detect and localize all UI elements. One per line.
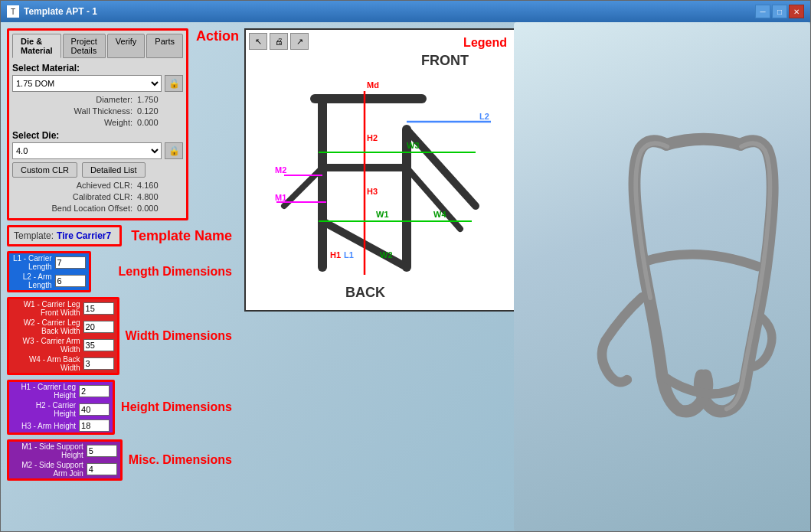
height-dim-row-1: H2 - Carrier Height: [9, 400, 113, 419]
length-dim-row-0: L1 - Carrier Length: [9, 253, 89, 272]
h1-label: H1 - Carrier Leg Height: [12, 383, 79, 400]
svg-line-7: [284, 168, 322, 206]
title-bar: T Template APT - 1 ─ □ ✕: [1, 1, 810, 22]
misc-dims-annotation: Misc. Dimensions: [129, 453, 232, 467]
svg-text:W2: W2: [380, 250, 393, 259]
tab-parts[interactable]: Parts: [146, 34, 183, 58]
select-die-label: Select Die:: [12, 130, 183, 141]
template-label: Template:: [14, 230, 54, 241]
weight-value: 0.000: [137, 118, 183, 127]
w2-input[interactable]: [83, 321, 114, 333]
l1-input[interactable]: [55, 256, 86, 269]
achieved-clr-value: 4.160: [137, 181, 183, 190]
custom-clr-button[interactable]: Custom CLR: [12, 162, 77, 178]
svg-text:L1: L1: [344, 250, 354, 259]
l2-label: L2 - Arm Length: [12, 273, 55, 289]
die-select[interactable]: 4.0: [12, 142, 162, 159]
w4-input[interactable]: [83, 357, 114, 370]
tab-bar: Die & Material Project Details Verify Pa…: [12, 34, 183, 58]
bend-offset-value: 0.000: [137, 204, 183, 213]
wall-thickness-label: Wall Thickness:: [12, 106, 137, 116]
l2-input[interactable]: [55, 275, 86, 287]
svg-text:W1: W1: [376, 210, 389, 219]
w2-label: W2 - Carrier Leg Back Width: [12, 318, 83, 335]
l1-label: L1 - Carrier Length: [12, 254, 55, 271]
minimize-button[interactable]: ─: [755, 5, 770, 18]
window: T Template APT - 1 ─ □ ✕ Die & Material …: [0, 0, 811, 532]
w4-label: W4 - Arm Back Width: [12, 355, 83, 372]
diagram-box: ↖ 🖨 ↗ Legend FRONT BACK: [244, 28, 516, 312]
h2-label: H2 - Carrier Height: [12, 401, 79, 418]
material-select[interactable]: 1.75 DOM: [12, 75, 162, 92]
action-tabs-annotation: Action Tabs: [196, 28, 238, 44]
h3-input[interactable]: [79, 419, 110, 432]
achieved-clr-row: Achieved CLR: 4.160: [12, 181, 183, 190]
length-dims-section: L1 - Carrier Length L2 - Arm Length ▲ ▼ …: [7, 251, 232, 292]
template-value: Tire Carrier7: [57, 230, 111, 241]
w3-input[interactable]: [83, 339, 114, 351]
left-panel: Die & Material Project Details Verify Pa…: [1, 22, 238, 531]
width-dim-row-2: W3 - Carrier Arm Width: [9, 336, 117, 354]
height-dims-card: H1 - Carrier Leg Height H2 - Carrier Hei…: [7, 380, 115, 435]
weight-row: Weight: 0.000: [12, 118, 183, 127]
diagram-svg: Md H2 H3 H1 W3 W4 W1 W2 L1 L2: [253, 53, 506, 290]
length-dim-row-1: L2 - Arm Length: [9, 272, 89, 290]
template-name-row: Template: Tire Carrier7: [7, 225, 122, 246]
app-icon: T: [7, 5, 19, 18]
tab-project-details[interactable]: Project Details: [63, 34, 106, 58]
length-scroll-down[interactable]: ▼: [90, 278, 91, 290]
title-controls: ─ □ ✕: [755, 5, 804, 18]
diameter-value: 1.750: [137, 95, 183, 104]
material-icon-btn[interactable]: 🔒: [165, 75, 183, 92]
detailed-list-button[interactable]: Detailed List: [82, 162, 146, 178]
tab-die-material[interactable]: Die & Material: [12, 34, 61, 58]
length-scroll-up[interactable]: ▲: [90, 253, 91, 266]
svg-text:H2: H2: [367, 133, 378, 142]
svg-text:Md: Md: [367, 80, 379, 90]
width-dim-row-1: W2 - Carrier Leg Back Width: [9, 318, 117, 336]
h1-input[interactable]: [79, 385, 110, 397]
diag-print-btn[interactable]: 🖨: [270, 33, 288, 50]
window-title: Template APT - 1: [24, 6, 755, 17]
diagram-toolbar: ↖ 🖨 ↗: [249, 33, 309, 50]
width-dims-card: W1 - Carrier Leg Front Width W2 - Carrie…: [7, 297, 119, 375]
width-dim-row-3: W4 - Arm Back Width: [9, 354, 117, 373]
svg-text:M2: M2: [275, 165, 286, 175]
tab-verify[interactable]: Verify: [107, 34, 146, 58]
height-dim-row-0: H1 - Carrier Leg Height: [9, 382, 113, 400]
w1-label: W1 - Carrier Leg Front Width: [12, 300, 83, 317]
h2-input[interactable]: [79, 403, 110, 416]
maximize-button[interactable]: □: [772, 5, 787, 18]
clr-button-row: Custom CLR Detailed List: [12, 162, 183, 178]
die-icon-btn[interactable]: 🔒: [165, 142, 183, 159]
m1-input[interactable]: [87, 445, 117, 457]
main-content: Die & Material Project Details Verify Pa…: [1, 22, 810, 531]
svg-text:L2: L2: [479, 112, 489, 121]
die-select-row: 4.0 🔒: [12, 142, 183, 159]
diag-arrow-btn[interactable]: ↖: [249, 33, 267, 50]
template-name-annotation: Template Name: [131, 228, 232, 244]
weight-label: Weight:: [12, 118, 137, 127]
m2-label: M2 - Side Support Arm Join: [12, 461, 87, 478]
legend-label: Legend: [463, 36, 507, 50]
svg-text:H3: H3: [367, 187, 378, 196]
w1-input[interactable]: [83, 302, 114, 315]
m1-label: M1 - Side Support Height: [12, 442, 87, 459]
close-button[interactable]: ✕: [789, 5, 804, 18]
achieved-clr-label: Achieved CLR:: [12, 181, 137, 190]
svg-text:M1: M1: [275, 193, 286, 202]
calibrated-clr-row: Calibrated CLR: 4.800: [12, 192, 183, 201]
h3-label: H3 - Arm Height: [12, 422, 79, 430]
wall-thickness-row: Wall Thickness: 0.120: [12, 106, 183, 116]
misc-dims-card: M1 - Side Support Height M2 - Side Suppo…: [7, 439, 123, 481]
render-area: [514, 22, 810, 531]
svg-text:H1: H1: [330, 250, 341, 259]
right-area: ↖ 🖨 ↗ Legend FRONT BACK: [238, 22, 810, 531]
m2-input[interactable]: [87, 463, 117, 475]
height-dim-row-2: H3 - Arm Height: [9, 419, 113, 432]
diag-export-btn[interactable]: ↗: [290, 33, 309, 50]
width-dims-annotation: Width Dimensions: [126, 329, 232, 343]
length-dims-card: L1 - Carrier Length L2 - Arm Length ▲ ▼: [7, 251, 91, 292]
misc-dim-row-1: M2 - Side Support Arm Join: [9, 460, 120, 478]
misc-dim-row-0: M1 - Side Support Height: [9, 442, 120, 460]
